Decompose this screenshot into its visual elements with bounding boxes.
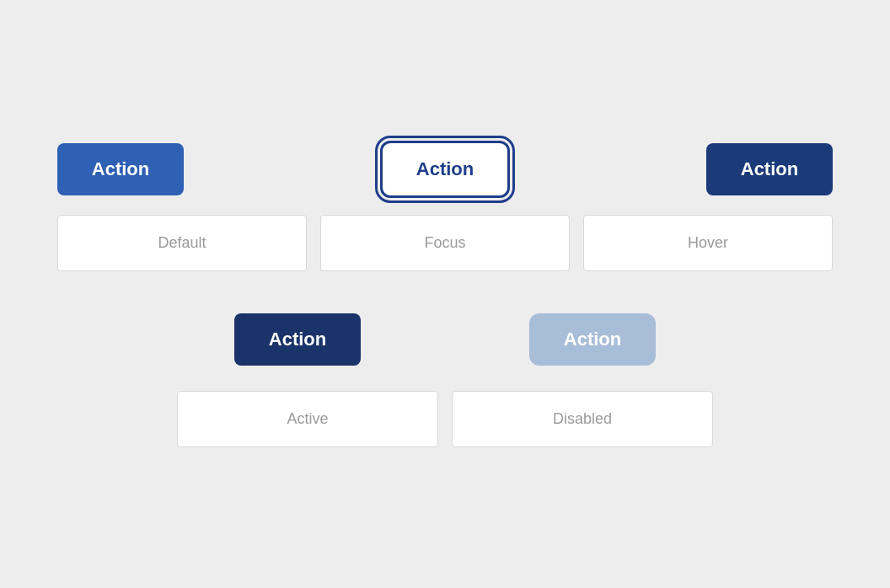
label-row-1: Default Focus Hover [24,215,866,297]
default-label: Default [57,215,307,271]
active-label: Active [177,391,438,447]
focus-button[interactable]: Action [380,141,510,198]
hover-label: Hover [583,215,833,271]
hover-button[interactable]: Action [706,143,833,195]
default-button[interactable]: Action [57,143,184,195]
disabled-label: Disabled [452,391,713,447]
active-button[interactable]: Action [234,313,361,366]
label-row-2: Active Disabled [24,382,866,473]
main-container: Action Action Action Default Focus Hover… [24,115,866,473]
button-row-1: Action Action Action [24,115,866,215]
button-row-2: Action Action [24,297,866,382]
focus-label: Focus [320,215,570,271]
disabled-button: Action [529,313,656,366]
